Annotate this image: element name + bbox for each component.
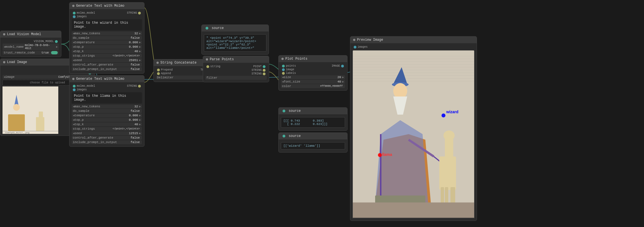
gen2-max-value: 32 [134, 105, 138, 108]
svg-rect-29 [439, 156, 456, 190]
gen1-seed-label: seed [74, 59, 128, 62]
svg-point-22 [393, 83, 407, 99]
gen1-max-label: max_new_tokens [74, 32, 133, 35]
concat-append-dot[interactable] [157, 72, 160, 75]
source-labels-title: source [289, 134, 301, 138]
gen1-top-k: ◀ top_k 40 ▶ [72, 49, 142, 53]
gen1-max-tokens: ◀ max_new_tokens 32 ▶ [72, 32, 142, 35]
vision-model-output: VISION_MODEL [3, 40, 59, 43]
plot-font-right[interactable]: ▶ [342, 80, 344, 83]
plot-size-right[interactable]: ▶ [342, 76, 344, 79]
gen1-seed: ◀ seed 25951 ▶ [72, 58, 142, 62]
plot-size: ◀ size 20 ▶ [281, 75, 345, 79]
node-dot [3, 33, 5, 35]
preview-image-header: Preview Image [350, 37, 477, 43]
plot-points-node: Plot Points points IMAGE image labels ◀ … [278, 55, 348, 91]
plot-color-label: color [282, 84, 319, 88]
source-matrix-title: source [289, 109, 301, 113]
gen2-topk-right[interactable]: ▶ [139, 123, 141, 126]
vision-model-label: VISION_MODEL [3, 40, 54, 43]
preview-images-input: images [353, 45, 474, 49]
gen2-topp-value: 0.900 [129, 118, 138, 122]
concat-prepend-dot[interactable] [157, 69, 160, 71]
gen1-temp-right[interactable]: ▶ [139, 41, 141, 44]
model-name-right-arrow[interactable]: ▶ [56, 45, 58, 49]
gen-text-1-header: Generate Text with Molmo [69, 3, 144, 9]
svg-rect-4 [36, 117, 44, 131]
gen2-do-sample: do_sample false [72, 109, 142, 113]
parse-string-out2-dot[interactable] [263, 73, 266, 75]
gen2-topp-right[interactable]: ▶ [139, 118, 141, 122]
source-matrix-dot[interactable] [283, 110, 285, 112]
source-matrix-node: source [[[ 0.743 0.393] [ 0.222 0.623]]] [278, 107, 348, 131]
source-text-dot[interactable] [206, 27, 208, 30]
gen1-topk-right[interactable]: ▶ [139, 50, 141, 53]
gen2-images-input: images [72, 88, 142, 91]
preview-images-dot[interactable] [354, 46, 356, 49]
gen2-molmo-dot[interactable] [73, 85, 76, 88]
vision-model-output-dot[interactable] [55, 40, 58, 43]
gen2-seed-right[interactable]: ▶ [139, 132, 141, 135]
svg-rect-1 [8, 114, 25, 131]
gen1-control-after: control_after_generate false [72, 63, 142, 67]
plot-points-in-dot[interactable] [282, 65, 285, 67]
gen-text-2-node: Generate Text with Molmo molmo_model STR… [69, 75, 144, 147]
gen2-control-label: control_after_generate [73, 136, 129, 139]
gen1-molmo-dot[interactable] [73, 12, 76, 15]
source-labels-dot[interactable] [283, 135, 285, 137]
parse-filter-label: filter [206, 76, 263, 79]
parse-string-out1-dot[interactable] [263, 69, 266, 72]
gen1-topk-value: 40 [134, 50, 138, 53]
svg-text:ComfyUI_01717_.png: ComfyUI_01717_.png [5, 131, 30, 134]
gen2-string-dot[interactable] [138, 85, 141, 88]
gen2-stop-label: stop_strings [73, 127, 112, 131]
parse-point-out-dot[interactable] [263, 65, 266, 68]
parse-point-out-label: POINT [253, 65, 262, 68]
trust-remote-toggle[interactable] [51, 51, 58, 54]
gen1-images-label: images [77, 15, 87, 18]
gen2-seed-value: 12515 [129, 132, 138, 135]
gen1-images-dot[interactable] [73, 15, 76, 18]
gen1-max-value: 32 [134, 32, 138, 35]
gen2-control-value: false [131, 136, 140, 139]
parse-string-dot[interactable] [206, 65, 209, 68]
svg-rect-35 [452, 187, 455, 204]
parse-points-title: Parse Points [210, 57, 234, 61]
gen-text-1-node: Generate Text with Molmo molmo_model STR… [69, 2, 144, 74]
preview-image-node: Preview Image images [350, 36, 477, 221]
trust-remote-param: trust_remote_code true [3, 51, 59, 55]
gen2-max-right[interactable]: ▶ [139, 105, 141, 108]
plot-labels-input: labels [281, 72, 345, 75]
svg-marker-24 [375, 120, 428, 204]
plot-image-out-dot[interactable] [341, 65, 344, 67]
gen1-string-dot[interactable] [138, 12, 141, 15]
gen1-temp-value: 0.000 [129, 41, 138, 44]
node-dot-gen2 [72, 78, 74, 80]
gen2-images-dot[interactable] [73, 88, 76, 91]
node-dot-gen1 [72, 5, 74, 7]
gen2-do-sample-value: false [131, 109, 140, 113]
node-dot-preview [353, 39, 355, 41]
gen2-temp: ◀ temperature 0.000 ▶ [72, 114, 142, 117]
gen1-seed-right[interactable]: ▶ [139, 59, 141, 62]
source-labels-content: [['wizard' 'llama']] [281, 142, 345, 149]
gen1-stop-strings: stop_strings </point>,</points> [72, 54, 142, 58]
gen2-stop-value: </point>,</points> [113, 127, 140, 130]
gen1-temp: ◀ temperature 0.000 ▶ [72, 40, 142, 44]
gen1-topp-right[interactable]: ▶ [139, 45, 141, 49]
gen1-max-right[interactable]: ▶ [139, 32, 141, 35]
plot-font-size: ◀ font_size 40 ▶ [281, 80, 345, 84]
model-name-label: model_name [5, 45, 24, 49]
gen2-top-p: ◀ top_p 0.900 ▶ [72, 118, 142, 122]
source-text-header: source [202, 25, 269, 32]
plot-labels-dot[interactable] [282, 72, 285, 75]
image-thumbnail: ComfyUI_01717_.png [3, 86, 58, 134]
gen2-prompt: Point to the llama in this image. [72, 92, 142, 103]
gen1-molmo-label: molmo_model [77, 11, 95, 15]
source-matrix-content: [[[ 0.743 0.393] [ 0.222 0.623]]] [281, 117, 345, 128]
gen1-do-sample-label: do_sample [73, 36, 129, 40]
gen1-topp-value: 0.900 [129, 45, 138, 49]
gen1-control-value: false [131, 63, 140, 66]
plot-image-in-dot[interactable] [282, 68, 285, 71]
gen2-temp-right[interactable]: ▶ [139, 114, 141, 117]
